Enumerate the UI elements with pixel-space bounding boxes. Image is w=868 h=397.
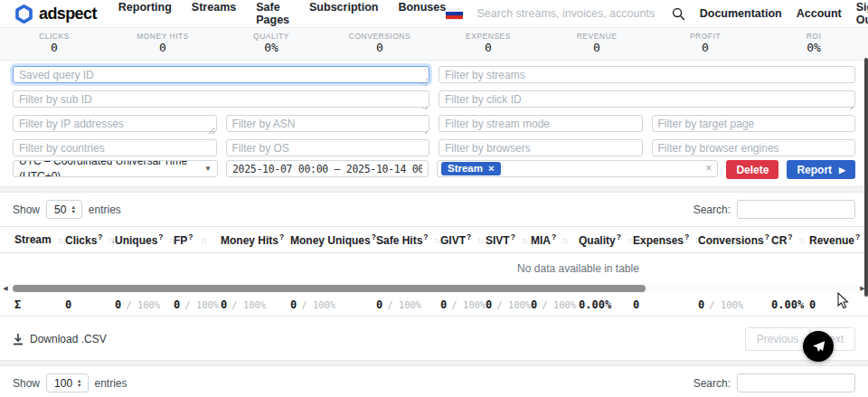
- page-size-value: 100: [54, 377, 72, 390]
- spinner-arrows-icon: [77, 379, 81, 387]
- filter-ip-input[interactable]: [13, 115, 217, 132]
- saved-query-id-input[interactable]: [13, 66, 429, 83]
- col-clicks[interactable]: Clicks?: [58, 227, 108, 252]
- delete-button[interactable]: Delete: [726, 160, 778, 179]
- col-money-hits[interactable]: Money Hits?: [213, 227, 283, 252]
- table2-search-input[interactable]: [737, 373, 855, 392]
- stat-profit: PROFIT 0: [651, 28, 760, 60]
- col-label: SIVT?: [486, 232, 515, 247]
- col-cr[interactable]: CR?: [764, 227, 802, 252]
- stat-value: 0%: [217, 41, 326, 54]
- nav-item-account[interactable]: Account: [797, 7, 842, 20]
- nav-item-reporting[interactable]: Reporting: [118, 1, 172, 26]
- download-csv-label: Download .CSV: [30, 333, 107, 345]
- stat-expenses: EXPENSES 0: [434, 28, 542, 60]
- filter-target-page-input[interactable]: [652, 115, 856, 132]
- totals-row: Σ 0 0/ 100% 0/ 100% 0/ 100% 0/ 100% 0/ 1…: [0, 293, 868, 317]
- total-ratio: / 100%: [231, 299, 266, 310]
- stat-value: 0: [326, 41, 434, 54]
- table1-footer: Download .CSV Previous Next: [0, 317, 868, 360]
- total-value: 0.00%: [771, 298, 804, 311]
- filter-browsers-input[interactable]: [439, 139, 643, 156]
- col-money-uniques[interactable]: Money Uniques?: [283, 227, 369, 252]
- nav-item-documentation[interactable]: Documentation: [700, 7, 782, 20]
- stat-label: CLICKS: [0, 32, 108, 41]
- col-safe-hits[interactable]: Safe Hits?: [369, 227, 433, 252]
- col-uniques[interactable]: Uniques?: [108, 227, 166, 252]
- navbar: adspect Reporting Streams Safe Pages Sub…: [0, 0, 868, 28]
- help-marker: ?: [467, 232, 471, 241]
- download-csv-link[interactable]: Download .CSV: [13, 333, 107, 345]
- col-quality[interactable]: Quality?: [571, 227, 626, 252]
- table1-search-input[interactable]: [737, 200, 855, 219]
- russia-flag-icon[interactable]: [446, 8, 462, 20]
- group-by-input[interactable]: Stream × ×: [437, 160, 718, 177]
- nav-item-bonuses[interactable]: Bonuses: [398, 1, 446, 26]
- pagination: Previous Next: [745, 327, 855, 351]
- filter-sub-id-input[interactable]: [13, 90, 429, 108]
- nav-item-safe-pages[interactable]: Safe Pages: [256, 1, 289, 26]
- filter-os-input[interactable]: [226, 139, 430, 156]
- stat-quality: QUALITY 0%: [217, 28, 326, 60]
- total-value: 0: [174, 298, 180, 311]
- col-revenue[interactable]: Revenue?: [802, 227, 865, 252]
- table2-page-size-select[interactable]: 100: [46, 373, 88, 392]
- download-icon: [13, 333, 24, 345]
- stat-label: ROI: [760, 32, 868, 41]
- help-marker: ?: [98, 232, 102, 241]
- col-label: CR?: [771, 232, 793, 247]
- group-tag-stream[interactable]: Stream ×: [441, 162, 501, 176]
- search-label: Search:: [693, 377, 731, 390]
- col-stream[interactable]: Stream: [7, 227, 58, 252]
- filter-click-id-input[interactable]: [439, 90, 855, 108]
- tag-remove-icon[interactable]: ×: [488, 164, 495, 175]
- col-sivt[interactable]: SIVT?: [478, 227, 524, 252]
- col-fp[interactable]: FP?: [166, 227, 213, 252]
- col-conversions[interactable]: Conversions?: [691, 227, 764, 252]
- scrollbar-track[interactable]: [9, 284, 859, 293]
- show-label: Show: [13, 377, 40, 390]
- global-search-input[interactable]: [477, 7, 657, 20]
- stat-clicks: CLICKS 0: [0, 28, 108, 60]
- report-button-label: Report: [797, 164, 832, 176]
- section-divider: [0, 360, 868, 366]
- date-range-input[interactable]: [226, 160, 429, 177]
- filter-stream-mode-input[interactable]: [439, 115, 643, 132]
- nav-item-subscription[interactable]: Subscription: [309, 1, 378, 26]
- horizontal-scrollbar[interactable]: ◀ ▶: [0, 283, 868, 293]
- help-marker: ?: [855, 232, 860, 241]
- total-value: 0: [376, 298, 382, 311]
- nav-item-streams[interactable]: Streams: [192, 1, 236, 26]
- vertical-scrollbar[interactable]: [864, 58, 868, 297]
- stat-value: 0: [434, 41, 542, 54]
- stat-label: MONEY HITS: [108, 32, 217, 41]
- previous-button[interactable]: Previous: [745, 327, 811, 351]
- report-button[interactable]: Report ▶: [787, 160, 855, 179]
- col-expenses[interactable]: Expenses?: [626, 227, 691, 252]
- search-button[interactable]: [672, 7, 685, 21]
- filter-asn-input[interactable]: [226, 115, 430, 132]
- telegram-button[interactable]: [803, 331, 834, 362]
- total-value: 0: [531, 298, 537, 311]
- nav-item-sign-out[interactable]: Sign Out: [856, 1, 868, 26]
- total-value: 0: [486, 298, 492, 311]
- timezone-select[interactable]: UTC – Coordinated Universal Time (UTC+0)…: [13, 160, 218, 177]
- adspect-logo[interactable]: adspect: [14, 5, 97, 24]
- col-mia[interactable]: MIA?: [524, 227, 571, 252]
- filter-streams-input[interactable]: [439, 66, 855, 83]
- scroll-left-arrow[interactable]: ◀: [2, 283, 9, 293]
- col-givt[interactable]: GIVT?: [433, 227, 478, 252]
- filter-panel: UTC – Coordinated Universal Time (UTC+0)…: [0, 61, 868, 186]
- scrollbar-thumb[interactable]: [13, 285, 646, 292]
- filter-browser-engines-input[interactable]: [652, 139, 856, 156]
- table1-page-size-select[interactable]: 50: [46, 200, 82, 219]
- col-label: FP?: [174, 232, 193, 247]
- total-value: 0: [290, 298, 297, 311]
- stat-label: REVENUE: [542, 32, 651, 41]
- help-marker: ?: [788, 232, 792, 241]
- stat-label: EXPENSES: [434, 32, 542, 41]
- filter-countries-input[interactable]: [13, 139, 217, 156]
- col-label: Safe Hits?: [376, 232, 429, 247]
- clear-icon[interactable]: ×: [705, 161, 712, 176]
- col-label: Quality?: [579, 232, 621, 247]
